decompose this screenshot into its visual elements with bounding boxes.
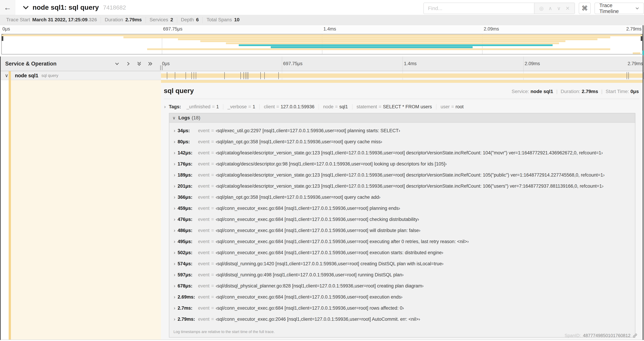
log-expand-chevron-icon[interactable]: ›	[172, 183, 178, 189]
log-entry[interactable]: ›189μs:event=‹sql/catalog/lease/descript…	[172, 169, 633, 181]
log-expand-chevron-icon[interactable]: ›	[172, 316, 178, 322]
expand-all-icon[interactable]	[148, 61, 153, 67]
log-entry[interactable]: ›495μs:event=‹sql/conn_executor_exec.go:…	[172, 236, 633, 247]
tag-equals: =	[450, 104, 456, 109]
expand-one-icon[interactable]	[125, 61, 131, 67]
log-expand-chevron-icon[interactable]: ›	[172, 294, 178, 300]
log-expand-chevron-icon[interactable]: ›	[172, 139, 178, 145]
log-expand-chevron-icon[interactable]: ›	[172, 195, 178, 200]
log-entry[interactable]: ›142μs:event=‹sql/catalog/lease/descript…	[172, 147, 633, 158]
log-timestamp: 495μs:	[178, 239, 198, 244]
trace-view-selector[interactable]: Trace Timeline	[594, 3, 644, 14]
log-entry[interactable]: ›574μs:event=‹sql/distsql_running.go:142…	[172, 258, 633, 269]
span-row-timeline-cell[interactable]	[161, 71, 644, 80]
prev-result-icon[interactable]: ∧	[548, 5, 552, 11]
tags-expand-chevron-icon[interactable]: ›	[164, 104, 166, 110]
service-operation-title: Service & Operation	[5, 61, 56, 67]
log-timestamp: 459μs:	[178, 206, 198, 211]
log-entry[interactable]: ›2.79ms:event=‹sql/conn_executor_exec.go…	[172, 314, 633, 325]
timeline-gridline	[282, 57, 282, 71]
log-timestamp: 502μs:	[178, 250, 198, 255]
span-log-marker	[278, 72, 279, 79]
logs-header[interactable]: ∨ Logs (18)	[169, 113, 635, 123]
log-entry[interactable]: ›34μs:event=‹sql/exec_util.go:2297 [nsql…	[172, 125, 633, 136]
log-entry[interactable]: ›502μs:event=‹sql/conn_executor_exec.go:…	[172, 247, 633, 258]
log-entry[interactable]: ›201μs:event=‹sql/catalog/lease/descript…	[172, 181, 633, 192]
tag-item: client=127.0.0.1:59936	[260, 104, 319, 110]
tag-equals: =	[275, 104, 280, 109]
log-expand-chevron-icon[interactable]: ›	[172, 172, 178, 178]
log-timestamp: 486μs:	[178, 228, 198, 233]
log-expand-chevron-icon[interactable]: ›	[172, 217, 178, 222]
stat-divider: |	[601, 89, 602, 94]
trace-info-value: March 31 2022, 17:25:09	[32, 17, 88, 23]
timeline-ruler-row: Service & Operation 0μs697.75μs1.4ms2.09…	[0, 57, 644, 71]
log-field-name: event	[198, 206, 210, 211]
log-field-name: event	[198, 183, 210, 189]
log-entry[interactable]: ›597μs:event=‹sql/distsql_running.go:498…	[172, 269, 633, 280]
log-expand-chevron-icon[interactable]: ›	[172, 250, 178, 255]
row-collapse-controls	[114, 61, 153, 67]
tag-item: _unfinished=1	[182, 104, 223, 110]
log-entry[interactable]: ›176μs:event=‹sql/catalog/descs/descript…	[172, 158, 633, 169]
log-entry[interactable]: ›486μs:event=‹sql/conn_executor_exec.go:…	[172, 225, 633, 236]
span-row-node-sql1[interactable]: ∨ node sql1 sql query	[0, 71, 644, 80]
timeline-gridline	[523, 57, 524, 71]
next-result-icon[interactable]: ∨	[557, 5, 560, 11]
tag-equals: =	[334, 104, 339, 109]
log-expand-chevron-icon[interactable]: ›	[172, 272, 178, 278]
log-expand-chevron-icon[interactable]: ›	[172, 228, 178, 233]
log-expand-chevron-icon[interactable]: ›	[172, 161, 178, 167]
log-value: ‹sql/conn_executor_exec.go:684 [nsql1,cl…	[216, 206, 400, 211]
trace-info-value: 6	[196, 17, 199, 23]
log-entry[interactable]: ›80μs:event=‹sql/plan_opt.go:358 [nsql1,…	[172, 136, 633, 147]
locate-span-icon[interactable]: ◎	[539, 5, 544, 11]
log-expand-chevron-icon[interactable]: ›	[172, 283, 178, 289]
collapse-one-icon[interactable]	[114, 61, 120, 67]
log-expand-chevron-icon[interactable]: ›	[172, 206, 178, 211]
tag-item: statement=SELECT * FROM users	[352, 104, 436, 110]
log-equals: =	[211, 316, 214, 322]
logs-count: (18)	[192, 115, 200, 121]
find-input[interactable]	[424, 3, 534, 14]
log-equals: =	[211, 161, 214, 167]
log-equals: =	[211, 228, 214, 233]
log-entry[interactable]: ›678μs:event=‹sql/distsql_physical_plann…	[172, 280, 633, 291]
copy-link-icon[interactable]	[632, 333, 638, 338]
detail-left-gutter	[0, 80, 9, 339]
timeline-tick-label: 2.79ms	[628, 61, 643, 66]
back-button[interactable]: ←	[0, 0, 15, 15]
log-entry[interactable]: ›2.7ms:event=‹sql/conn_executor_exec.go:…	[172, 302, 633, 314]
log-entry[interactable]: ›476μs:event=‹sql/conn_executor_exec.go:…	[172, 214, 633, 225]
span-log-marker	[245, 72, 246, 79]
log-entry[interactable]: ›459μs:event=‹sql/conn_executor_exec.go:…	[172, 203, 633, 214]
span-collapse-chevron-icon[interactable]: ∨	[5, 73, 8, 78]
trace-info-item: Total Spans10	[203, 17, 243, 23]
log-entry[interactable]: ›366μs:event=‹sql/plan_opt.go:358 [nsql1…	[172, 192, 633, 203]
collapse-trace-chevron-icon[interactable]	[22, 5, 29, 10]
keyboard-shortcuts-button[interactable]: ⌘	[579, 3, 591, 14]
log-entry[interactable]: ›2.69ms:event=‹sql/conn_executor_exec.go…	[172, 291, 633, 302]
column-resize-grip[interactable]	[160, 65, 162, 70]
logs-collapse-chevron-icon: ∨	[172, 115, 176, 120]
span-log-marker	[627, 72, 627, 79]
collapse-all-icon[interactable]	[136, 61, 142, 67]
log-expand-chevron-icon[interactable]: ›	[172, 305, 178, 311]
timeline-tick-label: 1.4ms	[324, 26, 336, 32]
timeline-tick-label: 1.4ms	[404, 61, 417, 66]
trace-info-item: Trace StartMarch 31 2022, 17:25:09.326	[2, 17, 101, 23]
log-value: ‹sql/conn_executor_exec.go:684 [nsql1,cl…	[216, 217, 419, 222]
log-expand-chevron-icon[interactable]: ›	[172, 128, 178, 133]
detail-divider	[164, 99, 640, 99]
log-expand-chevron-icon[interactable]: ›	[172, 261, 178, 266]
log-field-name: event	[198, 128, 210, 133]
page-header: ← node sql1: sql query 7418682 ◎ ∧ ∨ ✕ ⌘…	[0, 0, 644, 15]
log-timestamp: 176μs:	[178, 161, 198, 167]
span-log-marker	[192, 72, 192, 79]
trace-info-item: Services2	[146, 17, 177, 23]
log-expand-chevron-icon[interactable]: ›	[172, 150, 178, 156]
log-expand-chevron-icon[interactable]: ›	[172, 239, 178, 244]
clear-search-icon[interactable]: ✕	[566, 5, 570, 11]
log-equals: =	[211, 172, 214, 178]
minimap-canvas[interactable]	[2, 34, 642, 54]
